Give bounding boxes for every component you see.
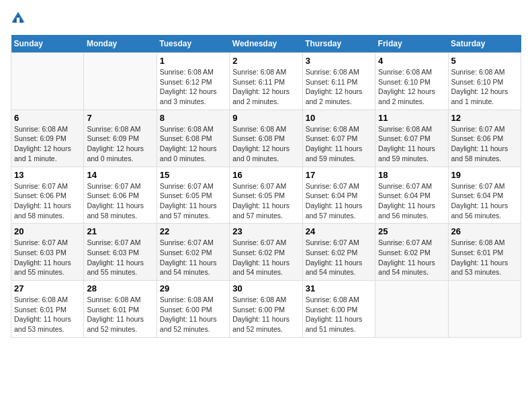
header <box>11 11 521 28</box>
weekday-header-sunday: Sunday <box>11 35 84 53</box>
calendar-cell: 13Sunrise: 6:07 AM Sunset: 6:06 PM Dayli… <box>11 167 84 224</box>
calendar-cell <box>11 53 84 110</box>
logo <box>11 11 28 28</box>
day-info: Sunrise: 6:07 AM Sunset: 6:02 PM Dayligh… <box>306 238 372 277</box>
day-info: Sunrise: 6:08 AM Sunset: 6:12 PM Dayligh… <box>160 67 226 107</box>
day-info: Sunrise: 6:07 AM Sunset: 6:04 PM Dayligh… <box>378 181 445 221</box>
weekday-header-monday: Monday <box>84 35 157 53</box>
day-number: 3 <box>306 56 372 66</box>
day-number: 25 <box>378 226 445 236</box>
logo-icon <box>11 11 26 26</box>
day-info: Sunrise: 6:08 AM Sunset: 6:08 PM Dayligh… <box>232 124 299 164</box>
day-info: Sunrise: 6:07 AM Sunset: 6:04 PM Dayligh… <box>306 181 372 221</box>
day-info: Sunrise: 6:07 AM Sunset: 6:06 PM Dayligh… <box>14 181 81 221</box>
day-number: 24 <box>306 226 372 236</box>
calendar-cell <box>448 281 521 338</box>
day-number: 22 <box>160 226 226 236</box>
day-info: Sunrise: 6:07 AM Sunset: 6:03 PM Dayligh… <box>14 238 81 277</box>
calendar-cell: 25Sunrise: 6:07 AM Sunset: 6:02 PM Dayli… <box>375 224 448 281</box>
day-info: Sunrise: 6:08 AM Sunset: 6:00 PM Dayligh… <box>160 295 226 334</box>
day-info: Sunrise: 6:08 AM Sunset: 6:08 PM Dayligh… <box>160 124 226 164</box>
day-info: Sunrise: 6:08 AM Sunset: 6:07 PM Dayligh… <box>306 124 372 164</box>
day-number: 11 <box>378 113 445 123</box>
calendar-cell: 8Sunrise: 6:08 AM Sunset: 6:08 PM Daylig… <box>157 109 229 167</box>
day-number: 28 <box>87 283 153 293</box>
weekday-header-row: SundayMondayTuesdayWednesdayThursdayFrid… <box>11 35 521 53</box>
weekday-header-tuesday: Tuesday <box>157 35 229 53</box>
calendar-cell <box>375 281 448 338</box>
day-number: 17 <box>306 170 372 180</box>
weekday-header-friday: Friday <box>375 35 448 53</box>
day-number: 7 <box>87 113 153 123</box>
day-number: 19 <box>451 170 518 180</box>
day-info: Sunrise: 6:07 AM Sunset: 6:05 PM Dayligh… <box>160 181 226 221</box>
day-info: Sunrise: 6:07 AM Sunset: 6:05 PM Dayligh… <box>232 181 299 221</box>
calendar-cell: 9Sunrise: 6:08 AM Sunset: 6:08 PM Daylig… <box>230 109 302 167</box>
calendar-cell: 19Sunrise: 6:07 AM Sunset: 6:04 PM Dayli… <box>448 167 521 224</box>
calendar-cell: 28Sunrise: 6:08 AM Sunset: 6:01 PM Dayli… <box>84 281 157 338</box>
calendar-cell: 29Sunrise: 6:08 AM Sunset: 6:00 PM Dayli… <box>157 281 229 338</box>
calendar-cell: 7Sunrise: 6:08 AM Sunset: 6:09 PM Daylig… <box>84 109 157 167</box>
weekday-header-saturday: Saturday <box>448 35 521 53</box>
calendar-cell: 12Sunrise: 6:07 AM Sunset: 6:06 PM Dayli… <box>448 109 521 167</box>
svg-rect-2 <box>17 17 19 22</box>
day-number: 29 <box>160 283 226 293</box>
calendar-table: SundayMondayTuesdayWednesdayThursdayFrid… <box>11 35 521 338</box>
day-info: Sunrise: 6:08 AM Sunset: 6:01 PM Dayligh… <box>87 295 153 334</box>
calendar-body: 1Sunrise: 6:08 AM Sunset: 6:12 PM Daylig… <box>11 53 521 338</box>
calendar-cell: 5Sunrise: 6:08 AM Sunset: 6:10 PM Daylig… <box>448 53 521 110</box>
weekday-header-thursday: Thursday <box>302 35 375 53</box>
calendar-cell: 26Sunrise: 6:08 AM Sunset: 6:01 PM Dayli… <box>448 224 521 281</box>
day-info: Sunrise: 6:08 AM Sunset: 6:11 PM Dayligh… <box>232 67 299 107</box>
day-info: Sunrise: 6:07 AM Sunset: 6:06 PM Dayligh… <box>87 181 153 221</box>
day-info: Sunrise: 6:08 AM Sunset: 6:00 PM Dayligh… <box>232 295 299 334</box>
calendar-cell: 4Sunrise: 6:08 AM Sunset: 6:10 PM Daylig… <box>375 53 448 110</box>
day-number: 13 <box>14 170 81 180</box>
calendar-cell: 1Sunrise: 6:08 AM Sunset: 6:12 PM Daylig… <box>157 53 229 110</box>
day-number: 27 <box>14 283 81 293</box>
calendar-cell: 17Sunrise: 6:07 AM Sunset: 6:04 PM Dayli… <box>302 167 375 224</box>
day-number: 4 <box>378 56 445 66</box>
day-number: 14 <box>87 170 153 180</box>
day-number: 12 <box>451 113 518 123</box>
calendar-cell: 3Sunrise: 6:08 AM Sunset: 6:11 PM Daylig… <box>302 53 375 110</box>
week-row-3: 13Sunrise: 6:07 AM Sunset: 6:06 PM Dayli… <box>11 167 521 224</box>
calendar-cell: 6Sunrise: 6:08 AM Sunset: 6:09 PM Daylig… <box>11 109 84 167</box>
week-row-4: 20Sunrise: 6:07 AM Sunset: 6:03 PM Dayli… <box>11 224 521 281</box>
calendar-cell: 23Sunrise: 6:07 AM Sunset: 6:02 PM Dayli… <box>230 224 302 281</box>
day-info: Sunrise: 6:07 AM Sunset: 6:02 PM Dayligh… <box>160 238 226 277</box>
day-info: Sunrise: 6:08 AM Sunset: 6:09 PM Dayligh… <box>14 124 81 164</box>
day-info: Sunrise: 6:08 AM Sunset: 6:01 PM Dayligh… <box>14 295 81 334</box>
day-number: 5 <box>451 56 518 66</box>
day-number: 1 <box>160 56 226 66</box>
day-info: Sunrise: 6:07 AM Sunset: 6:02 PM Dayligh… <box>378 238 445 277</box>
calendar-cell: 21Sunrise: 6:07 AM Sunset: 6:03 PM Dayli… <box>84 224 157 281</box>
day-number: 23 <box>232 226 299 236</box>
calendar-cell: 18Sunrise: 6:07 AM Sunset: 6:04 PM Dayli… <box>375 167 448 224</box>
day-info: Sunrise: 6:07 AM Sunset: 6:04 PM Dayligh… <box>451 181 518 221</box>
calendar-cell <box>84 53 157 110</box>
day-number: 2 <box>232 56 299 66</box>
calendar-cell: 11Sunrise: 6:08 AM Sunset: 6:07 PM Dayli… <box>375 109 448 167</box>
calendar-cell: 22Sunrise: 6:07 AM Sunset: 6:02 PM Dayli… <box>157 224 229 281</box>
day-info: Sunrise: 6:07 AM Sunset: 6:02 PM Dayligh… <box>232 238 299 277</box>
day-info: Sunrise: 6:08 AM Sunset: 6:10 PM Dayligh… <box>451 67 518 107</box>
day-info: Sunrise: 6:08 AM Sunset: 6:07 PM Dayligh… <box>378 124 445 164</box>
calendar-cell: 14Sunrise: 6:07 AM Sunset: 6:06 PM Dayli… <box>84 167 157 224</box>
day-info: Sunrise: 6:08 AM Sunset: 6:00 PM Dayligh… <box>306 295 372 334</box>
week-row-2: 6Sunrise: 6:08 AM Sunset: 6:09 PM Daylig… <box>11 109 521 167</box>
calendar-cell: 10Sunrise: 6:08 AM Sunset: 6:07 PM Dayli… <box>302 109 375 167</box>
week-row-5: 27Sunrise: 6:08 AM Sunset: 6:01 PM Dayli… <box>11 281 521 338</box>
day-number: 9 <box>232 113 299 123</box>
day-info: Sunrise: 6:08 AM Sunset: 6:11 PM Dayligh… <box>306 67 372 107</box>
calendar-cell: 31Sunrise: 6:08 AM Sunset: 6:00 PM Dayli… <box>302 281 375 338</box>
day-number: 10 <box>306 113 372 123</box>
calendar-cell: 2Sunrise: 6:08 AM Sunset: 6:11 PM Daylig… <box>230 53 302 110</box>
day-info: Sunrise: 6:07 AM Sunset: 6:03 PM Dayligh… <box>87 238 153 277</box>
calendar-cell: 30Sunrise: 6:08 AM Sunset: 6:00 PM Dayli… <box>230 281 302 338</box>
calendar-cell: 15Sunrise: 6:07 AM Sunset: 6:05 PM Dayli… <box>157 167 229 224</box>
day-number: 6 <box>14 113 81 123</box>
day-number: 21 <box>87 226 153 236</box>
day-info: Sunrise: 6:07 AM Sunset: 6:06 PM Dayligh… <box>451 124 518 164</box>
day-number: 16 <box>232 170 299 180</box>
